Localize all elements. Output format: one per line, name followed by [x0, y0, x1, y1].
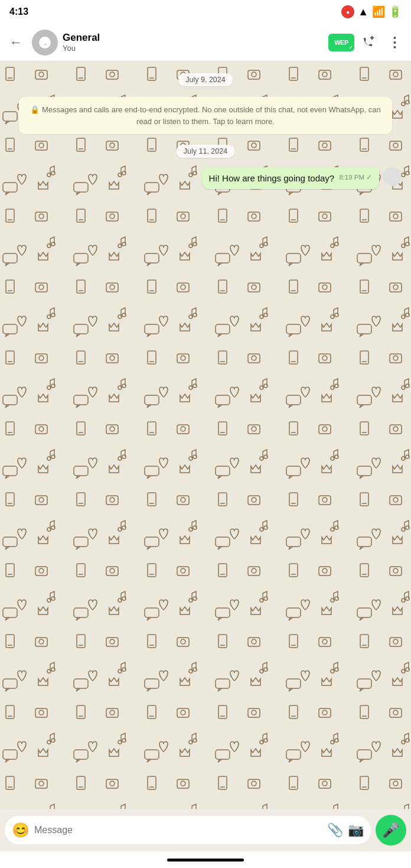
wep-check-icon: ✓	[349, 45, 353, 50]
message-text-1: Hi! How are things going today?	[209, 173, 335, 183]
encryption-notice[interactable]: 🔒 Messages and calls are end-to-end encr…	[19, 97, 392, 134]
status-time: 4:13	[9, 6, 28, 17]
attach-button[interactable]: 📎	[327, 823, 343, 838]
add-call-button[interactable]	[357, 31, 380, 54]
message-check-1: ✓	[366, 173, 372, 181]
mic-icon: 🎤	[382, 822, 400, 838]
contact-sub: You	[63, 44, 324, 53]
record-icon	[341, 5, 354, 18]
header-actions: WEP ✓	[328, 31, 406, 54]
chat-area: July 9, 2024 🔒 Messages and calls are en…	[0, 61, 411, 809]
mic-button[interactable]: 🎤	[376, 815, 406, 846]
avatar[interactable]	[32, 30, 58, 56]
svg-point-1	[393, 41, 396, 44]
battery-icon: 🔋	[389, 5, 402, 18]
message-time-1: 8:19 PM	[339, 174, 364, 181]
input-bar: 😊 📎 📷 🎤	[0, 809, 411, 851]
nav-bar	[0, 851, 411, 868]
back-button[interactable]: ←	[5, 30, 27, 55]
date-divider-2: July 11, 2024	[5, 145, 406, 158]
date-label-2: July 11, 2024	[177, 145, 234, 158]
svg-point-0	[393, 37, 396, 39]
date-label-1: July 9, 2024	[178, 73, 232, 86]
nav-pill	[167, 859, 244, 862]
input-wrapper: 😊 📎 📷	[5, 816, 371, 844]
signal-icon: 📶	[372, 5, 385, 18]
contact-name: General	[63, 32, 324, 44]
message-bubble-1[interactable]: Hi! How are things going today? 8:19 PM …	[202, 167, 379, 189]
sender-avatar	[383, 167, 402, 186]
wifi-icon: ▲	[358, 6, 368, 18]
chat-content: July 9, 2024 🔒 Messages and calls are en…	[0, 61, 411, 197]
status-bar: 4:13 ▲ 📶 🔋	[0, 0, 411, 24]
svg-point-2	[393, 46, 396, 48]
header-info[interactable]: General You	[63, 32, 324, 53]
status-icons: ▲ 📶 🔋	[341, 5, 402, 18]
date-divider-1: July 9, 2024	[5, 73, 406, 86]
more-options-button[interactable]	[383, 31, 406, 54]
chat-header: ← General You WEP ✓	[0, 24, 411, 61]
message-row-1: Hi! How are things going today? 8:19 PM …	[5, 166, 406, 190]
wep-button[interactable]: WEP ✓	[328, 34, 354, 51]
wep-label: WEP	[334, 39, 348, 46]
emoji-button[interactable]: 😊	[12, 822, 30, 838]
camera-button[interactable]: 📷	[348, 823, 364, 838]
message-input[interactable]	[34, 825, 322, 836]
message-meta-1: 8:19 PM ✓	[339, 173, 372, 181]
avatar-bubble-icon	[39, 37, 51, 48]
